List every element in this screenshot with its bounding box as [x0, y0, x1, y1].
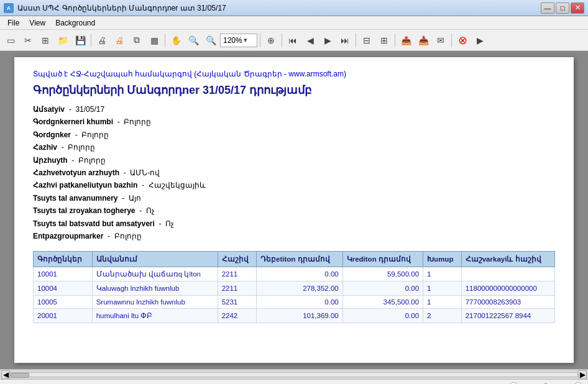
col-header-debit: Դեբetiton դրամով — [257, 252, 343, 267]
app-icon: A — [4, 3, 14, 13]
scroll-track[interactable] — [10, 372, 578, 377]
tool-new[interactable]: ▭ — [2, 32, 19, 48]
tool-zoom-actual[interactable]: ⊕ — [263, 32, 279, 48]
zoom-minus-button[interactable]: − — [508, 382, 518, 385]
tool-arrow[interactable]: ▶ — [472, 32, 488, 48]
cell-debit: 0.00 — [257, 296, 343, 309]
sep7 — [451, 34, 452, 47]
cell-partner: 10004 — [34, 281, 93, 296]
tool-zoomout[interactable]: 🔍 — [185, 32, 201, 48]
param-partner: Գordgnker - Բոլորը — [33, 129, 555, 141]
status-bar: Page 1 of 1 120% − + — [0, 379, 588, 384]
tool-import[interactable]: 📥 — [415, 32, 431, 48]
document-page: Տպված է ՀՋ-Հաշվապահ համակարգով (Հայկական… — [14, 57, 574, 363]
scroll-thumb[interactable] — [11, 373, 29, 378]
col-header-count: Խumup — [423, 252, 462, 267]
col-header-name: Անվանում — [92, 252, 218, 267]
cell-credit: 0.00 — [342, 309, 423, 323]
cell-account: 2242 — [218, 309, 256, 323]
close-button[interactable]: ✕ — [571, 2, 584, 14]
toolbar: ▭ ✂ ⊞ 📁 💾 🖨 🖨 ⧉ ▦ ✋ 🔍 🔍 120% ▾ ⊕ ⏮ ◀ ▶ ⏭… — [0, 30, 588, 51]
zoom-slider: − + — [508, 382, 583, 385]
tool-save[interactable]: 💾 — [72, 32, 88, 48]
cell-credit: 0.00 — [342, 281, 423, 296]
tool-hand[interactable]: ✋ — [168, 32, 184, 48]
zoom-dropdown-icon[interactable]: ▾ — [244, 36, 247, 44]
cell-debit: 0.00 — [257, 267, 343, 281]
param-account: Հazhiv - Բոլորը — [33, 141, 555, 153]
menu-bar: File View Background — [0, 16, 588, 30]
data-table: Գործընկեր Անվանում Հաշիվ Դեբetiton դրամո… — [33, 251, 555, 323]
cell-count: 2 — [423, 309, 462, 323]
tool-zoomin[interactable]: 🔍 — [203, 32, 219, 48]
tool-nav-first[interactable]: ⏮ — [285, 32, 301, 48]
sep2 — [165, 34, 165, 47]
tool-grid[interactable]: ⊞ — [37, 32, 53, 48]
cell-partner: 10001 — [34, 267, 93, 281]
cell-name: humulhani ltu ՓԲ — [92, 309, 218, 323]
window-controls: — □ ✕ — [541, 2, 584, 14]
cell-bank: 118000000000000000 — [461, 281, 554, 296]
cell-bank: 77700008263903 — [461, 296, 554, 309]
cell-bank: 217001222567 8944 — [461, 309, 554, 323]
cell-partner: 20001 — [34, 309, 93, 323]
param-group: Գordgnkerneri khumbi - Բոլորը — [33, 116, 555, 128]
cell-debit: 101,369.00 — [257, 309, 343, 323]
sep6 — [395, 34, 395, 47]
cell-bank — [461, 267, 554, 281]
menu-background[interactable]: Background — [50, 17, 100, 29]
menu-file[interactable]: File — [2, 17, 24, 29]
cell-debit: 278,352.00 — [257, 281, 343, 296]
tool-layout2[interactable]: ⊞ — [376, 32, 392, 48]
cell-count: 1 — [423, 281, 462, 296]
tool-nav-next[interactable]: ▶ — [319, 32, 336, 48]
scroll-right-btn[interactable]: ▶ — [578, 370, 587, 379]
minimize-button[interactable]: — — [541, 2, 554, 14]
doc-link: Տպված է ՀՋ-Հաշվապահ համակարգով (Հայկական… — [33, 70, 555, 78]
cell-account: 2211 — [218, 281, 256, 296]
cell-name: Մանրածախ վաճառq կlton — [92, 267, 218, 281]
tool-export[interactable]: 📤 — [398, 32, 414, 48]
param-date: Ամsatyiv - 31/05/17 — [33, 103, 555, 116]
tool-nav-last[interactable]: ⏭ — [337, 32, 353, 48]
tool-nav-prev[interactable]: ◀ — [302, 32, 318, 48]
tool-mail[interactable]: ✉ — [433, 32, 449, 48]
horizontal-scrollbar[interactable]: ◀ ▶ — [0, 369, 588, 379]
title-bar: A Ասստ ՍՊՀ Գործընկերների Մանգորդner ատ 3… — [0, 0, 588, 16]
scroll-left-btn[interactable]: ◀ — [1, 370, 10, 379]
sep3 — [260, 34, 260, 47]
cell-name: Կaluwagh lnzhikh fuwnlub — [92, 281, 218, 296]
window-title: Ասստ ՍՊՀ Գործընկերների Մանգորդner ատ 31/… — [17, 4, 226, 12]
col-header-account: Հաշիվ — [218, 252, 256, 267]
param-show-zero: Tsuyts tal zroyakan togherye - Ոչ — [33, 204, 555, 217]
col-header-credit: Կrediton դրամով — [342, 252, 423, 267]
param-division: Հazhvi patkaneliutyun bazhin - Հաշվեկցայ… — [33, 179, 555, 191]
cell-credit: 59,500.00 — [342, 267, 423, 281]
param-show-names: Tsuyts tal anvanumnery - Այո — [33, 192, 555, 204]
table-row: 10001 Մանրածախ վաճառq կlton 2211 0.00 59… — [34, 267, 555, 281]
tool-layout[interactable]: ⊟ — [359, 32, 375, 48]
tool-more1[interactable]: ▦ — [146, 32, 162, 48]
table-row: 10004 Կaluwagh lnzhikh fuwnlub 2211 278,… — [34, 281, 555, 296]
tool-close-red[interactable]: ⊗ — [454, 32, 471, 48]
doc-title: Գործընկերների Մանգորդner 31/05/17 դրությ… — [33, 83, 555, 97]
zoom-plus-button[interactable]: + — [573, 382, 583, 385]
tool-folder[interactable]: 📁 — [55, 32, 71, 48]
zoom-value: 120% — [223, 36, 242, 45]
tool-copy[interactable]: ⧉ — [129, 32, 145, 48]
zoom-input[interactable]: 120% ▾ — [220, 34, 257, 47]
doc-params: Ամsatyiv - 31/05/17 Գordgnkerneri khumbi… — [33, 103, 555, 242]
tool-print2[interactable]: 🖨 — [111, 32, 127, 48]
sep5 — [356, 34, 356, 47]
maximize-button[interactable]: □ — [556, 2, 569, 14]
param-subgroup: Entpazgroupmarker - Բոլորը — [33, 230, 555, 242]
content-area: Տպված է ՀՋ-Հաշվապահ համակարգով (Հայկական… — [0, 51, 588, 369]
zoom-controls: 120% − + — [485, 382, 583, 385]
tool-print[interactable]: 🖨 — [94, 32, 110, 48]
tool-open[interactable]: ✂ — [20, 32, 36, 48]
param-rep-currency: Հazhvetvotyun arzhuyth - ԱՄՆ-ով — [33, 167, 555, 179]
sep1 — [91, 34, 91, 47]
menu-view[interactable]: View — [24, 17, 50, 29]
col-header-partner: Գործընկեր — [34, 252, 93, 267]
document-viewer[interactable]: Տպված է ՀՋ-Հաշվապահ համակարգով (Հայկական… — [0, 51, 588, 369]
